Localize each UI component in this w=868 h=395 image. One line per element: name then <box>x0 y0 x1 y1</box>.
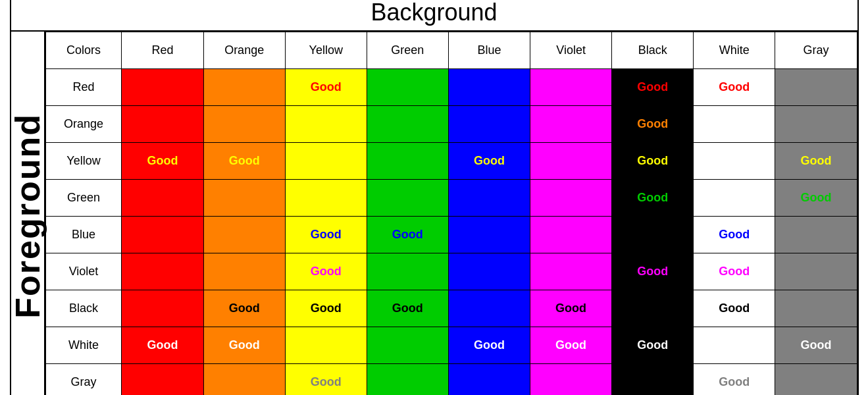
good-label: Good <box>311 302 342 315</box>
table-container: Colors Red Orange Yellow Green Blue Viol… <box>45 32 857 396</box>
color-cell <box>530 142 612 179</box>
good-label: Good <box>719 228 750 241</box>
color-cell <box>367 68 448 105</box>
color-cell: Good <box>367 216 448 253</box>
color-cell: Good <box>448 142 530 179</box>
color-cell: Good <box>530 290 612 327</box>
color-cell <box>367 105 448 142</box>
color-cell: Good <box>612 179 694 216</box>
row-label: Green <box>45 179 122 216</box>
good-label: Good <box>637 80 668 93</box>
color-cell: Good <box>694 363 775 395</box>
color-cell <box>775 68 857 105</box>
good-label: Good <box>474 338 505 352</box>
color-cell: Good <box>775 327 857 363</box>
row-label: Gray <box>45 363 122 395</box>
color-cell <box>612 290 694 327</box>
main-layout: Foreground Colors Red Orange Yellow Gree… <box>11 32 857 396</box>
color-cell <box>122 105 203 142</box>
row-label: White <box>45 327 122 363</box>
row-label: Violet <box>45 253 122 290</box>
color-cell <box>285 179 367 216</box>
color-cell: Good <box>285 253 367 290</box>
color-cell <box>775 216 857 253</box>
color-cell <box>530 105 612 142</box>
color-cell <box>448 105 530 142</box>
color-cell <box>122 290 203 327</box>
good-label: Good <box>555 338 586 352</box>
good-label: Good <box>800 154 831 167</box>
row-label: Blue <box>45 216 122 253</box>
table-row: VioletGoodGoodGood <box>45 253 857 290</box>
color-cell <box>285 327 367 363</box>
color-cell <box>367 142 448 179</box>
good-label: Good <box>147 338 178 352</box>
color-cell: Good <box>775 179 857 216</box>
color-cell: Good <box>530 327 612 363</box>
color-cell: Good <box>203 290 285 327</box>
color-cell <box>775 290 857 327</box>
good-label: Good <box>147 154 178 167</box>
color-cell <box>530 179 612 216</box>
color-cell <box>203 253 285 290</box>
good-label: Good <box>311 228 342 241</box>
row-label: Orange <box>45 105 122 142</box>
color-cell <box>530 216 612 253</box>
color-cell <box>694 179 775 216</box>
color-cell <box>122 253 203 290</box>
color-cell <box>285 142 367 179</box>
col-header-green: Green <box>367 32 448 68</box>
color-cell <box>775 105 857 142</box>
col-header-orange: Orange <box>203 32 285 68</box>
color-cell: Good <box>612 327 694 363</box>
good-label: Good <box>637 265 668 278</box>
color-cell <box>122 179 203 216</box>
background-header: Background <box>11 0 857 32</box>
col-header-black: Black <box>612 32 694 68</box>
good-label: Good <box>229 154 260 167</box>
color-cell <box>122 363 203 395</box>
color-cell: Good <box>694 68 775 105</box>
row-label: Yellow <box>45 142 122 179</box>
color-cell <box>530 253 612 290</box>
good-label: Good <box>555 302 586 315</box>
good-label: Good <box>637 338 668 352</box>
good-label: Good <box>719 80 750 93</box>
good-label: Good <box>800 338 831 352</box>
color-contrast-table: Background Foreground Colors Red Orange … <box>10 0 859 395</box>
good-label: Good <box>392 228 423 241</box>
good-label: Good <box>311 265 342 278</box>
col-header-gray: Gray <box>775 32 857 68</box>
color-cell <box>367 253 448 290</box>
color-cell <box>367 179 448 216</box>
color-cell <box>448 179 530 216</box>
color-cell <box>203 216 285 253</box>
row-label: Red <box>45 68 122 105</box>
color-cell <box>775 363 857 395</box>
color-cell: Good <box>285 290 367 327</box>
color-cell <box>448 253 530 290</box>
color-cell <box>612 363 694 395</box>
color-cell: Good <box>285 216 367 253</box>
good-label: Good <box>800 191 831 204</box>
color-cell: Good <box>775 142 857 179</box>
color-cell <box>530 363 612 395</box>
good-label: Good <box>637 191 668 204</box>
color-cell <box>203 363 285 395</box>
foreground-label: Foreground <box>8 113 47 319</box>
good-label: Good <box>229 302 260 315</box>
table-row: GreenGoodGood <box>45 179 857 216</box>
good-label: Good <box>719 265 750 278</box>
color-cell: Good <box>285 363 367 395</box>
table-row: BlueGoodGoodGood <box>45 216 857 253</box>
good-label: Good <box>392 302 423 315</box>
good-label: Good <box>311 80 342 93</box>
good-label: Good <box>719 302 750 315</box>
color-cell <box>203 179 285 216</box>
color-cell <box>203 68 285 105</box>
color-cell <box>367 363 448 395</box>
color-cell: Good <box>367 290 448 327</box>
table-row: WhiteGoodGoodGoodGoodGoodGood <box>45 327 857 363</box>
good-label: Good <box>637 117 668 130</box>
color-cell: Good <box>612 68 694 105</box>
